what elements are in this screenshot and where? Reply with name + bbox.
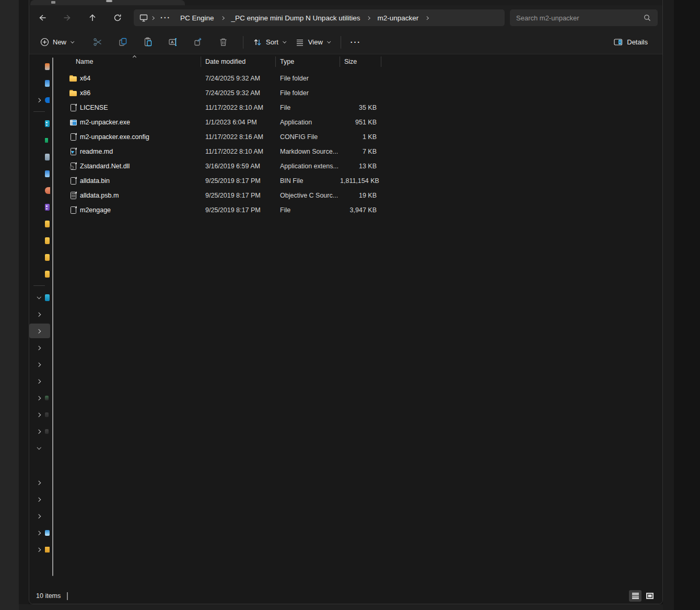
column-header-date-modified[interactable]: Date modified [201, 54, 276, 69]
file-name: LICENSE [80, 104, 108, 111]
music-icon [45, 187, 50, 194]
sidebar-tree-item[interactable] [29, 389, 61, 406]
file-date-modified: 11/17/2022 8:10 AM [201, 104, 276, 111]
see-more-button[interactable]: ··· [346, 33, 365, 51]
sidebar-tree-item[interactable] [29, 356, 61, 373]
sidebar-tree-item[interactable] [29, 524, 61, 541]
breadcrumb-item[interactable]: _PC engine mini Dump N Unpack utilities [227, 14, 365, 22]
source-file-icon [69, 191, 77, 200]
tab-strip [29, 0, 662, 5]
file-row[interactable]: readme.md 11/17/2022 8:10 AM Markdown So… [61, 144, 662, 159]
sidebar-tree-item[interactable] [29, 91, 61, 108]
sidebar-tree-item[interactable] [29, 491, 61, 508]
sidebar-tree-item[interactable] [29, 373, 61, 389]
explorer-tab-active[interactable] [30, 0, 185, 5]
sidebar-tree-item[interactable] [29, 249, 61, 266]
breadcrumb-overflow-button[interactable]: ··· [157, 14, 174, 22]
file-type: File [276, 206, 340, 214]
file-type: Markdown Source... [276, 148, 340, 155]
column-header-name[interactable]: Name [61, 54, 201, 69]
tab-icon-clipped [51, 1, 55, 4]
column-header-size[interactable]: Size [340, 54, 381, 69]
this-pc-monitor-icon[interactable] [139, 13, 148, 22]
delete-button[interactable] [213, 33, 234, 51]
sidebar-tree-item[interactable] [29, 423, 61, 440]
file-rows: x64 7/24/2025 9:32 AM File folder [61, 71, 662, 217]
sidebar-tree-item[interactable] [29, 323, 61, 339]
large-icons-view-toggle[interactable] [644, 590, 656, 602]
folder-icon [69, 89, 77, 97]
search-icon[interactable] [643, 14, 651, 22]
file-row[interactable]: x86 7/24/2025 9:32 AM File folder [61, 86, 662, 100]
sidebar-tree-item[interactable] [29, 199, 61, 215]
chevron-right-icon [37, 497, 41, 502]
sidebar-tree-item[interactable] [29, 165, 61, 182]
sort-button[interactable]: Sort [249, 33, 291, 51]
sidebar-tree-item[interactable] [29, 289, 61, 306]
file-size: 35 KB [340, 104, 381, 111]
sidebar-tree-item[interactable] [29, 115, 61, 132]
sidebar-tree-item[interactable] [29, 541, 61, 558]
file-row[interactable]: m2-unpacker.exe.config 11/17/2022 8:16 A… [61, 130, 662, 144]
file-row[interactable]: alldata.psb.m 9/25/2019 8:17 PM Objectiv… [61, 188, 662, 203]
copy-button[interactable] [112, 33, 133, 51]
forward-button[interactable] [59, 9, 76, 26]
this-pc-icon [45, 294, 50, 301]
file-row[interactable]: Zstandard.Net.dll 3/16/2019 6:59 AM Appl… [61, 159, 662, 174]
sidebar-tree-item[interactable] [29, 232, 61, 249]
sort-button-label: Sort [266, 38, 278, 46]
copy-icon [118, 37, 128, 47]
column-header-row: Name Date modified Type Size [61, 54, 662, 69]
new-button[interactable]: New [36, 33, 79, 51]
breadcrumb-item[interactable]: m2-unpacker [373, 14, 423, 22]
details-view-toggle[interactable] [629, 590, 641, 602]
sidebar-tree-item[interactable] [29, 306, 61, 323]
file-row[interactable]: m2-unpacker.exe 1/1/2023 6:04 PM Applica… [61, 115, 662, 130]
breadcrumb-chevron-icon [220, 16, 225, 20]
new-button-label: New [53, 38, 66, 46]
rename-button[interactable]: A [162, 33, 183, 51]
sidebar-tree-item[interactable] [29, 215, 61, 232]
sidebar-tree-item[interactable] [29, 132, 61, 148]
sidebar-tree-item[interactable] [29, 266, 61, 282]
file-type: File folder [276, 75, 340, 82]
sidebar-tree-item[interactable] [29, 182, 61, 199]
file-name: x64 [80, 75, 90, 82]
chevron-right-icon [37, 346, 41, 350]
breadcrumb-item[interactable]: PC Engine [176, 14, 218, 22]
drive-icon [45, 396, 49, 400]
share-button[interactable] [188, 33, 208, 51]
breadcrumb-chevron-icon [425, 16, 429, 20]
file-name: m2-unpacker.exe [80, 119, 130, 126]
refresh-button[interactable] [109, 9, 126, 26]
sidebar-tree-item[interactable] [29, 339, 61, 356]
paste-button[interactable] [137, 33, 158, 51]
file-row[interactable]: m2engage 9/25/2019 8:17 PM File 3,947 KB [61, 203, 662, 217]
chevron-right-icon [37, 312, 41, 317]
file-type: BIN File [276, 177, 340, 185]
file-row[interactable]: alldata.bin 9/25/2019 8:17 PM BIN File 1… [61, 174, 662, 188]
search-box [510, 9, 658, 26]
cut-button[interactable] [87, 33, 108, 51]
sidebar-tree-item[interactable] [29, 148, 61, 165]
view-button[interactable]: View [291, 33, 335, 51]
sidebar-tree-item[interactable] [29, 508, 61, 524]
sidebar-tree-item[interactable] [29, 474, 61, 491]
search-input[interactable] [516, 14, 643, 22]
details-pane-button[interactable]: Details [609, 33, 652, 51]
sidebar-tree-item[interactable] [29, 440, 61, 456]
file-size: 1,811,154 KB [340, 177, 381, 185]
file-date-modified: 9/25/2019 8:17 PM [201, 192, 276, 199]
sidebar-tree-item[interactable] [29, 75, 61, 91]
file-row[interactable]: x64 7/24/2025 9:32 AM File folder [61, 71, 662, 86]
sidebar-tree-item[interactable] [29, 406, 61, 423]
file-explorer-window: ··· PC Engine _PC engine mini Dump N Unp… [29, 0, 663, 604]
up-button[interactable] [84, 9, 101, 26]
status-divider [67, 592, 68, 600]
column-header-type[interactable]: Type [276, 54, 340, 69]
ellipsis-icon: ··· [351, 38, 361, 47]
file-row[interactable]: LICENSE 11/17/2022 8:10 AM File 35 KB [61, 100, 662, 115]
back-button[interactable] [34, 9, 51, 26]
home-icon [45, 63, 50, 70]
sidebar-tree-item[interactable] [29, 58, 61, 75]
